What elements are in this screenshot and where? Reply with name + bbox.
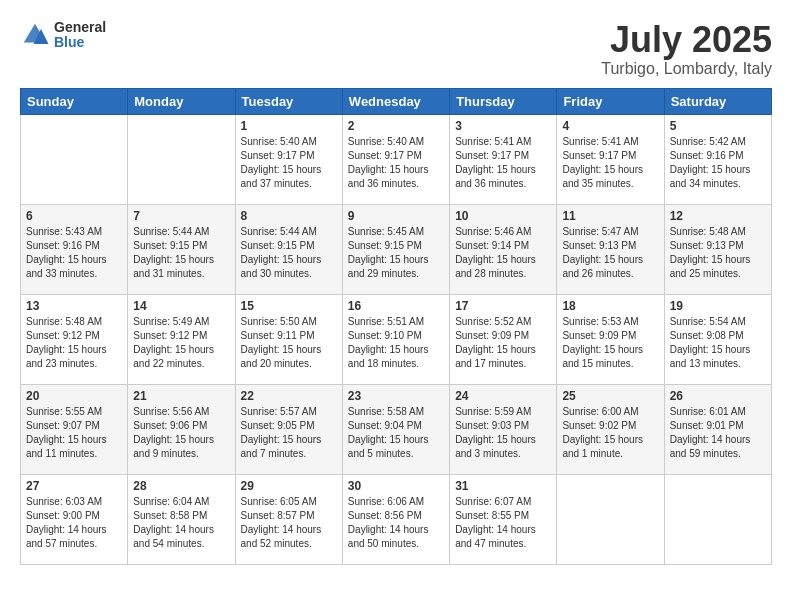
calendar-week-row: 6Sunrise: 5:43 AM Sunset: 9:16 PM Daylig… xyxy=(21,204,772,294)
calendar-cell: 21Sunrise: 5:56 AM Sunset: 9:06 PM Dayli… xyxy=(128,384,235,474)
calendar-cell: 1Sunrise: 5:40 AM Sunset: 9:17 PM Daylig… xyxy=(235,114,342,204)
day-number: 14 xyxy=(133,299,229,313)
logo-icon xyxy=(20,20,50,50)
day-detail: Sunrise: 5:46 AM Sunset: 9:14 PM Dayligh… xyxy=(455,225,551,281)
calendar-cell: 15Sunrise: 5:50 AM Sunset: 9:11 PM Dayli… xyxy=(235,294,342,384)
weekday-header: Friday xyxy=(557,88,664,114)
weekday-header: Sunday xyxy=(21,88,128,114)
day-detail: Sunrise: 5:48 AM Sunset: 9:13 PM Dayligh… xyxy=(670,225,766,281)
day-number: 25 xyxy=(562,389,658,403)
calendar-week-row: 1Sunrise: 5:40 AM Sunset: 9:17 PM Daylig… xyxy=(21,114,772,204)
day-detail: Sunrise: 5:41 AM Sunset: 9:17 PM Dayligh… xyxy=(455,135,551,191)
day-detail: Sunrise: 5:55 AM Sunset: 9:07 PM Dayligh… xyxy=(26,405,122,461)
calendar-cell: 16Sunrise: 5:51 AM Sunset: 9:10 PM Dayli… xyxy=(342,294,449,384)
day-number: 24 xyxy=(455,389,551,403)
day-number: 27 xyxy=(26,479,122,493)
day-detail: Sunrise: 5:47 AM Sunset: 9:13 PM Dayligh… xyxy=(562,225,658,281)
day-detail: Sunrise: 5:52 AM Sunset: 9:09 PM Dayligh… xyxy=(455,315,551,371)
calendar-cell: 20Sunrise: 5:55 AM Sunset: 9:07 PM Dayli… xyxy=(21,384,128,474)
day-detail: Sunrise: 5:43 AM Sunset: 9:16 PM Dayligh… xyxy=(26,225,122,281)
calendar-cell: 17Sunrise: 5:52 AM Sunset: 9:09 PM Dayli… xyxy=(450,294,557,384)
calendar-cell xyxy=(128,114,235,204)
calendar-cell: 22Sunrise: 5:57 AM Sunset: 9:05 PM Dayli… xyxy=(235,384,342,474)
day-detail: Sunrise: 5:51 AM Sunset: 9:10 PM Dayligh… xyxy=(348,315,444,371)
title-block: July 2025 Turbigo, Lombardy, Italy xyxy=(601,20,772,78)
logo-text: General Blue xyxy=(54,20,106,51)
calendar-cell xyxy=(21,114,128,204)
day-number: 11 xyxy=(562,209,658,223)
weekday-header: Monday xyxy=(128,88,235,114)
day-number: 3 xyxy=(455,119,551,133)
calendar-cell: 18Sunrise: 5:53 AM Sunset: 9:09 PM Dayli… xyxy=(557,294,664,384)
weekday-header: Thursday xyxy=(450,88,557,114)
calendar-cell: 2Sunrise: 5:40 AM Sunset: 9:17 PM Daylig… xyxy=(342,114,449,204)
calendar: SundayMondayTuesdayWednesdayThursdayFrid… xyxy=(20,88,772,565)
logo-blue: Blue xyxy=(54,35,106,50)
location: Turbigo, Lombardy, Italy xyxy=(601,60,772,78)
page-header: General Blue July 2025 Turbigo, Lombardy… xyxy=(20,20,772,78)
day-number: 18 xyxy=(562,299,658,313)
day-detail: Sunrise: 5:50 AM Sunset: 9:11 PM Dayligh… xyxy=(241,315,337,371)
day-detail: Sunrise: 6:05 AM Sunset: 8:57 PM Dayligh… xyxy=(241,495,337,551)
day-number: 28 xyxy=(133,479,229,493)
weekday-header-row: SundayMondayTuesdayWednesdayThursdayFrid… xyxy=(21,88,772,114)
day-detail: Sunrise: 5:53 AM Sunset: 9:09 PM Dayligh… xyxy=(562,315,658,371)
day-number: 16 xyxy=(348,299,444,313)
day-number: 15 xyxy=(241,299,337,313)
day-number: 7 xyxy=(133,209,229,223)
day-detail: Sunrise: 5:42 AM Sunset: 9:16 PM Dayligh… xyxy=(670,135,766,191)
day-detail: Sunrise: 5:40 AM Sunset: 9:17 PM Dayligh… xyxy=(241,135,337,191)
logo: General Blue xyxy=(20,20,106,51)
day-detail: Sunrise: 5:56 AM Sunset: 9:06 PM Dayligh… xyxy=(133,405,229,461)
calendar-cell: 31Sunrise: 6:07 AM Sunset: 8:55 PM Dayli… xyxy=(450,474,557,564)
day-detail: Sunrise: 6:00 AM Sunset: 9:02 PM Dayligh… xyxy=(562,405,658,461)
day-number: 6 xyxy=(26,209,122,223)
day-detail: Sunrise: 6:03 AM Sunset: 9:00 PM Dayligh… xyxy=(26,495,122,551)
calendar-week-row: 20Sunrise: 5:55 AM Sunset: 9:07 PM Dayli… xyxy=(21,384,772,474)
day-detail: Sunrise: 6:06 AM Sunset: 8:56 PM Dayligh… xyxy=(348,495,444,551)
day-number: 9 xyxy=(348,209,444,223)
weekday-header: Tuesday xyxy=(235,88,342,114)
day-number: 8 xyxy=(241,209,337,223)
calendar-cell: 12Sunrise: 5:48 AM Sunset: 9:13 PM Dayli… xyxy=(664,204,771,294)
calendar-cell xyxy=(664,474,771,564)
day-number: 12 xyxy=(670,209,766,223)
calendar-cell: 11Sunrise: 5:47 AM Sunset: 9:13 PM Dayli… xyxy=(557,204,664,294)
weekday-header: Saturday xyxy=(664,88,771,114)
day-detail: Sunrise: 5:44 AM Sunset: 9:15 PM Dayligh… xyxy=(241,225,337,281)
day-detail: Sunrise: 5:57 AM Sunset: 9:05 PM Dayligh… xyxy=(241,405,337,461)
calendar-week-row: 13Sunrise: 5:48 AM Sunset: 9:12 PM Dayli… xyxy=(21,294,772,384)
day-detail: Sunrise: 6:01 AM Sunset: 9:01 PM Dayligh… xyxy=(670,405,766,461)
calendar-cell: 7Sunrise: 5:44 AM Sunset: 9:15 PM Daylig… xyxy=(128,204,235,294)
calendar-cell: 4Sunrise: 5:41 AM Sunset: 9:17 PM Daylig… xyxy=(557,114,664,204)
day-number: 20 xyxy=(26,389,122,403)
calendar-cell xyxy=(557,474,664,564)
day-number: 31 xyxy=(455,479,551,493)
calendar-cell: 28Sunrise: 6:04 AM Sunset: 8:58 PM Dayli… xyxy=(128,474,235,564)
day-number: 23 xyxy=(348,389,444,403)
calendar-cell: 26Sunrise: 6:01 AM Sunset: 9:01 PM Dayli… xyxy=(664,384,771,474)
day-number: 13 xyxy=(26,299,122,313)
calendar-cell: 10Sunrise: 5:46 AM Sunset: 9:14 PM Dayli… xyxy=(450,204,557,294)
calendar-cell: 3Sunrise: 5:41 AM Sunset: 9:17 PM Daylig… xyxy=(450,114,557,204)
calendar-cell: 5Sunrise: 5:42 AM Sunset: 9:16 PM Daylig… xyxy=(664,114,771,204)
calendar-cell: 14Sunrise: 5:49 AM Sunset: 9:12 PM Dayli… xyxy=(128,294,235,384)
calendar-cell: 6Sunrise: 5:43 AM Sunset: 9:16 PM Daylig… xyxy=(21,204,128,294)
day-number: 10 xyxy=(455,209,551,223)
calendar-cell: 29Sunrise: 6:05 AM Sunset: 8:57 PM Dayli… xyxy=(235,474,342,564)
day-detail: Sunrise: 5:48 AM Sunset: 9:12 PM Dayligh… xyxy=(26,315,122,371)
weekday-header: Wednesday xyxy=(342,88,449,114)
day-number: 1 xyxy=(241,119,337,133)
day-detail: Sunrise: 5:59 AM Sunset: 9:03 PM Dayligh… xyxy=(455,405,551,461)
day-number: 5 xyxy=(670,119,766,133)
calendar-cell: 24Sunrise: 5:59 AM Sunset: 9:03 PM Dayli… xyxy=(450,384,557,474)
day-number: 19 xyxy=(670,299,766,313)
day-detail: Sunrise: 6:07 AM Sunset: 8:55 PM Dayligh… xyxy=(455,495,551,551)
day-number: 26 xyxy=(670,389,766,403)
day-number: 17 xyxy=(455,299,551,313)
day-detail: Sunrise: 5:40 AM Sunset: 9:17 PM Dayligh… xyxy=(348,135,444,191)
day-detail: Sunrise: 5:44 AM Sunset: 9:15 PM Dayligh… xyxy=(133,225,229,281)
day-detail: Sunrise: 6:04 AM Sunset: 8:58 PM Dayligh… xyxy=(133,495,229,551)
day-number: 21 xyxy=(133,389,229,403)
day-number: 22 xyxy=(241,389,337,403)
